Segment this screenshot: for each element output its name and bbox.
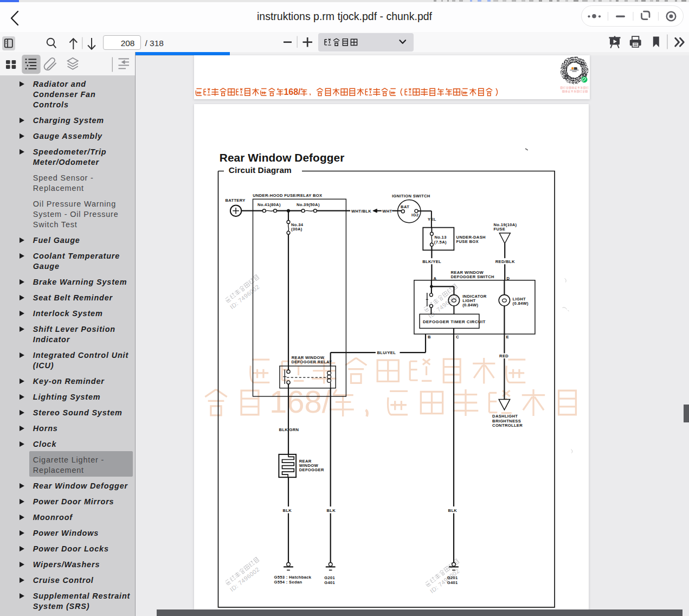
svg-text:G401: G401: [324, 580, 335, 585]
svg-text:E: E: [506, 335, 508, 339]
svg-text:Circuit Diagram: Circuit Diagram: [228, 165, 291, 175]
svg-text:BLK: BLK: [326, 508, 336, 513]
svg-text:BLK/YEL: BLK/YEL: [422, 259, 441, 264]
svg-text:FUSE: FUSE: [493, 227, 505, 232]
svg-text:UNDER-HOOD FUSE/RELAY BOX: UNDER-HOOD FUSE/RELAY BOX: [253, 193, 322, 197]
svg-text:(0.84W): (0.84W): [512, 301, 528, 306]
svg-text:RED/BLK: RED/BLK: [495, 259, 514, 264]
svg-text:DEFOGGER RELAY: DEFOGGER RELAY: [291, 359, 332, 364]
svg-text:G201: G201: [447, 575, 458, 580]
svg-text:BLU/YEL: BLU/YEL: [377, 350, 396, 355]
svg-text:G553 : Hatchback: G553 : Hatchback: [274, 575, 311, 580]
svg-text:168/: 168/: [284, 87, 301, 97]
svg-text:(30A): (30A): [291, 227, 302, 232]
svg-text:IGNITION SWITCH: IGNITION SWITCH: [391, 194, 430, 198]
svg-text:RED: RED: [499, 354, 508, 358]
svg-text:WHT: WHT: [382, 209, 392, 214]
svg-text:CONTROLLER: CONTROLLER: [492, 422, 523, 427]
svg-text:No.39(50A): No.39(50A): [296, 202, 319, 207]
svg-text:IG2: IG2: [411, 213, 418, 217]
svg-text:BATTERY: BATTERY: [225, 197, 245, 202]
svg-text:G401: G401: [447, 580, 458, 585]
svg-text:YEL: YEL: [428, 217, 436, 222]
svg-text:B: B: [428, 335, 431, 339]
svg-text:G201: G201: [324, 575, 335, 580]
svg-text:BLK: BLK: [282, 508, 292, 513]
svg-text:DEFOGGER SWITCH: DEFOGGER SWITCH: [450, 274, 494, 279]
svg-text:No.41(80A): No.41(80A): [257, 202, 280, 207]
svg-text:Rear Window Defogger: Rear Window Defogger: [219, 151, 344, 164]
svg-text:DEFOGGER TIMER CIRCUIT: DEFOGGER TIMER CIRCUIT: [422, 319, 485, 324]
svg-text:(0.84W): (0.84W): [462, 303, 478, 307]
svg-text:(7.5A): (7.5A): [434, 239, 446, 244]
svg-text:G554 : Sedan: G554 : Sedan: [274, 580, 302, 585]
svg-text:BLK: BLK: [448, 508, 457, 513]
svg-text:WHT/BLK: WHT/BLK: [351, 209, 371, 214]
svg-text:BAT: BAT: [401, 204, 409, 209]
svg-text:C: C: [455, 335, 459, 339]
svg-text:FUSE BOX: FUSE BOX: [456, 239, 478, 243]
svg-text:DEFOGGER: DEFOGGER: [299, 467, 324, 472]
svg-text:BLK/GRN: BLK/GRN: [279, 427, 299, 432]
